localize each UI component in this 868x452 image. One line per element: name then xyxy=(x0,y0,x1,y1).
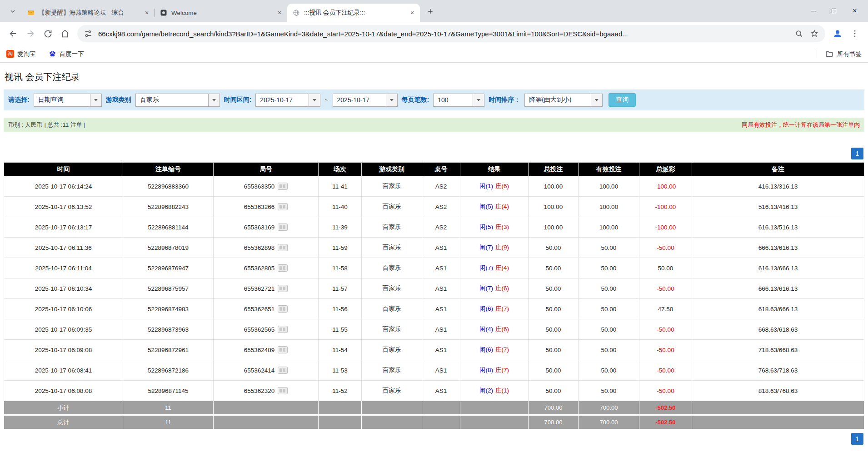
bookmark-baidu[interactable]: 百度一下 xyxy=(49,50,84,58)
total-bet-link[interactable]: 50.00 xyxy=(529,299,579,319)
home-icon[interactable] xyxy=(56,25,74,42)
round-number: 655362489 xyxy=(244,347,275,353)
chevron-down-icon[interactable] xyxy=(90,94,101,106)
profile-avatar[interactable] xyxy=(829,25,846,42)
bookmark-star-icon[interactable] xyxy=(810,29,819,38)
remark: 666.13/616.13 xyxy=(692,278,864,299)
query-type-select[interactable]: 日期查询 xyxy=(34,94,102,107)
banker-result: 庄(3) xyxy=(495,224,509,230)
game-type: 百家乐 xyxy=(362,319,422,340)
payout-cell: -50.00 xyxy=(639,340,692,360)
address-bar[interactable]: 66cxkj98.com/game/betrecord_search/kind3… xyxy=(77,25,825,42)
round-detail-icon[interactable] xyxy=(278,203,288,210)
page-number-button[interactable]: 1 xyxy=(851,433,863,445)
game-type: 百家乐 xyxy=(362,381,422,401)
round-detail-icon[interactable] xyxy=(278,367,288,374)
reload-icon[interactable] xyxy=(39,25,56,42)
valid-bet: 50.00 xyxy=(579,258,639,278)
total-bet-link[interactable]: 50.00 xyxy=(529,340,579,360)
new-tab-button[interactable] xyxy=(424,5,437,18)
result-cell: 闲(7)庄(6) xyxy=(460,278,529,299)
chevron-down-icon[interactable] xyxy=(591,94,602,106)
round-detail-icon[interactable] xyxy=(278,264,288,272)
round-detail-icon[interactable] xyxy=(278,244,288,251)
menu-dots-icon[interactable] xyxy=(846,25,863,42)
url-text[interactable]: 66cxkj98.com/game/betrecord_search/kind3… xyxy=(98,30,789,38)
result-cell: 闲(2)庄(1) xyxy=(460,381,529,401)
total-bet-link[interactable]: 50.00 xyxy=(529,360,579,381)
game-type-select[interactable]: 百家乐 xyxy=(135,94,220,107)
divider xyxy=(817,50,817,58)
total-bet-link[interactable]: 50.00 xyxy=(529,258,579,278)
total-bet-link[interactable]: 50.00 xyxy=(529,319,579,340)
tab-close-icon[interactable]: × xyxy=(143,9,151,17)
col-valid-bet: 有效投注 xyxy=(579,163,639,176)
sort-order-select[interactable]: 降幂(由大到小) xyxy=(524,94,603,107)
game-type-label: 游戏类别 xyxy=(106,96,131,104)
taobao-icon: 淘 xyxy=(6,50,14,58)
tab-welcome[interactable]: Welcome × xyxy=(155,4,287,22)
tab-bet-records[interactable]: :::视讯 会员下注纪录::: × xyxy=(287,4,420,22)
session: 11-54 xyxy=(319,340,362,360)
chevron-down-icon[interactable] xyxy=(473,94,484,106)
total-bet-link[interactable]: 100.00 xyxy=(529,176,579,197)
round-detail-icon[interactable] xyxy=(278,346,288,353)
bookmark-taobao[interactable]: 淘 爱淘宝 xyxy=(6,50,36,58)
back-icon[interactable] xyxy=(5,25,22,42)
page-size-select[interactable]: 100 xyxy=(433,94,484,107)
remark: 718.63/668.63 xyxy=(692,340,864,360)
chevron-down-icon[interactable] xyxy=(208,94,219,106)
round-number: 655363266 xyxy=(244,204,275,210)
round-detail-icon[interactable] xyxy=(278,224,288,231)
round-detail-icon[interactable] xyxy=(278,387,288,394)
remark: 616.13/516.13 xyxy=(692,217,864,238)
tab-search-chevron-icon[interactable] xyxy=(6,5,19,18)
round-number: 655362320 xyxy=(244,387,275,394)
search-button[interactable]: 查询 xyxy=(609,93,636,107)
session: 11-52 xyxy=(319,381,362,401)
total-bet-link[interactable]: 100.00 xyxy=(529,197,579,217)
close-button[interactable]: × xyxy=(844,0,865,22)
col-total-bet: 总投注 xyxy=(529,163,579,176)
page-number-button[interactable]: 1 xyxy=(851,148,863,159)
session: 11-55 xyxy=(319,319,362,340)
total-bet-link[interactable]: 50.00 xyxy=(529,278,579,299)
game-type: 百家乐 xyxy=(362,197,422,217)
date-end-select[interactable]: 2025-10-17 xyxy=(333,94,398,107)
chevron-down-icon[interactable] xyxy=(386,94,397,106)
col-payout: 总派彩 xyxy=(639,163,692,176)
tab-haiyan-forum[interactable]: 【新提醒】海燕策略论坛 - 综合 × xyxy=(22,4,155,22)
col-time: 时间 xyxy=(4,163,123,176)
total-bet-link[interactable]: 50.00 xyxy=(529,238,579,258)
date-range-label: 时间区间: xyxy=(224,96,252,104)
round-detail-icon[interactable] xyxy=(278,183,288,190)
game-type: 百家乐 xyxy=(362,278,422,299)
result-cell: 闲(7)庄(4) xyxy=(460,258,529,278)
round-detail-icon[interactable] xyxy=(278,305,288,313)
all-bookmarks[interactable]: 所有书签 xyxy=(817,50,862,58)
bet-id: 522896883360 xyxy=(123,176,214,197)
site-settings-icon[interactable] xyxy=(84,29,93,38)
forward-icon[interactable] xyxy=(22,25,39,42)
all-bookmarks-label: 所有书签 xyxy=(837,50,862,58)
tab-strip: 【新提醒】海燕策略论坛 - 综合 × Welcome × :::视讯 会员下注纪… xyxy=(0,0,868,22)
chevron-down-icon[interactable] xyxy=(309,94,320,106)
total-bet-link[interactable]: 50.00 xyxy=(529,381,579,401)
minimize-button[interactable] xyxy=(803,0,823,22)
tab-close-icon[interactable]: × xyxy=(275,9,284,17)
remark: 818.63/768.63 xyxy=(692,381,864,401)
session: 11-39 xyxy=(319,217,362,238)
round-cell: 655362721 xyxy=(214,278,319,299)
player-result: 闲(5) xyxy=(479,224,493,230)
round-cell: 655363266 xyxy=(214,197,319,217)
round-cell: 655362805 xyxy=(214,258,319,278)
date-start-select[interactable]: 2025-10-17 xyxy=(255,94,320,107)
round-detail-icon[interactable] xyxy=(278,326,288,333)
tab-close-icon[interactable]: × xyxy=(408,9,416,17)
player-result: 闲(7) xyxy=(479,285,493,292)
round-detail-icon[interactable] xyxy=(278,285,288,292)
maximize-button[interactable] xyxy=(823,0,844,22)
total-bet-link[interactable]: 100.00 xyxy=(529,217,579,238)
search-lens-icon[interactable] xyxy=(794,29,803,38)
page-size-label: 每页笔数: xyxy=(402,96,429,104)
